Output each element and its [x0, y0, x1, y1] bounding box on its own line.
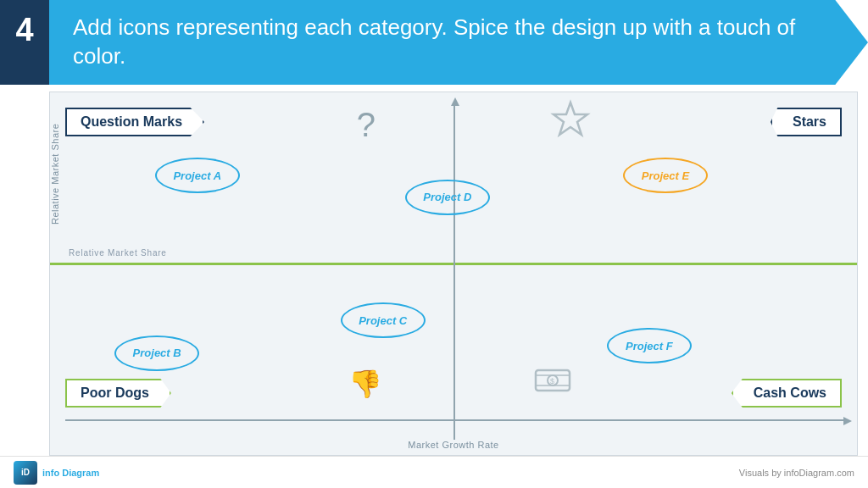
- thumbsdown-icon: 👎: [348, 368, 382, 400]
- money-icon: $: [534, 365, 571, 402]
- question-mark-icon: ?: [357, 106, 376, 144]
- label-question-marks: Question Marks: [65, 108, 204, 136]
- header-ribbon: Add icons representing each category. Sp…: [49, 0, 868, 85]
- label-poor-dogs: Poor Dogs: [65, 379, 171, 408]
- market-share-label: Relative Market Share: [69, 248, 167, 258]
- project-f-oval: Project F: [607, 328, 692, 363]
- axis-label-x: Market Growth Rate: [408, 440, 498, 450]
- logo-icon: iD: [14, 461, 37, 485]
- footer: iD info Diagram Visuals by infoDiagram.c…: [0, 456, 868, 488]
- svg-marker-0: [554, 103, 587, 135]
- project-c-oval: Project C: [341, 302, 426, 338]
- label-cash-cows: Cash Cows: [732, 379, 842, 408]
- vertical-axis: [453, 104, 455, 440]
- project-e-oval: Project E: [623, 158, 708, 193]
- project-a-oval: Project A: [155, 158, 240, 193]
- horizontal-axis: [65, 419, 845, 421]
- slide-number: 4: [0, 0, 49, 85]
- footer-credit: Visuals by infoDiagram.com: [739, 468, 854, 478]
- header-title: Add icons representing each category. Sp…: [73, 14, 800, 71]
- project-d-oval: Project D: [405, 180, 490, 215]
- label-stars: Stars: [771, 108, 842, 136]
- project-b-oval: Project B: [114, 336, 199, 371]
- bcg-matrix: Relative Market Share Market Growth Rate…: [49, 92, 858, 456]
- star-icon: [550, 99, 591, 147]
- svg-text:$: $: [550, 377, 554, 385]
- axis-label-y: Relative Market Share: [50, 123, 60, 224]
- logo: iD info Diagram: [14, 461, 99, 485]
- logo-text: info Diagram: [42, 468, 99, 478]
